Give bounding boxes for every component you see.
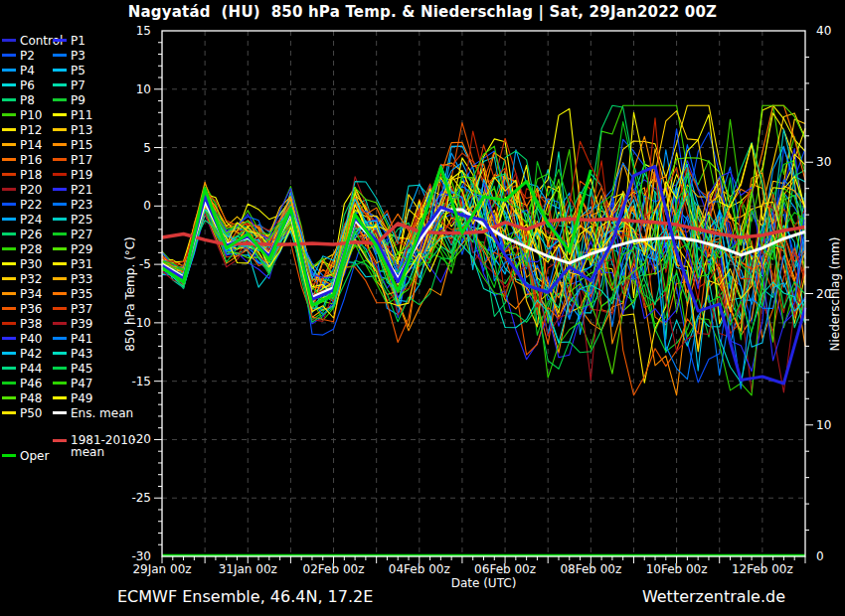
svg-text:40: 40	[816, 24, 831, 38]
legend-label: P14	[20, 138, 43, 152]
legend-swatch	[53, 83, 67, 86]
legend-label: P9	[71, 93, 85, 107]
grid-lines	[162, 31, 805, 556]
legend-item-p24: P24	[2, 212, 43, 227]
legend-label: P43	[71, 347, 93, 361]
legend-item-p12: P12	[2, 122, 43, 137]
legend-item-p17: P17	[53, 152, 93, 167]
legend-swatch	[53, 352, 67, 355]
legend-item-p28: P28	[2, 241, 43, 256]
legend-label: P47	[71, 377, 93, 390]
legend-swatch	[53, 188, 67, 191]
legend-swatch	[53, 232, 67, 235]
legend-swatch	[2, 454, 16, 457]
legend-label: Oper	[20, 449, 49, 463]
legend-label: P32	[20, 272, 43, 286]
legend-item-p19: P19	[53, 167, 93, 182]
legend-label: P22	[20, 198, 43, 212]
legend-swatch	[53, 411, 67, 414]
legend-item-p32: P32	[2, 271, 43, 286]
legend-label: P40	[20, 332, 43, 346]
legend-swatch	[2, 367, 16, 370]
legend-swatch	[53, 54, 67, 57]
legend-label: Ens. mean	[71, 406, 133, 420]
legend-label: P28	[20, 242, 43, 256]
legend-item-p7: P7	[53, 77, 85, 92]
legend-label: P23	[71, 198, 93, 212]
legend-item-p31: P31	[53, 256, 93, 271]
legend-item-p22: P22	[2, 197, 43, 212]
legend-item-p29: P29	[53, 241, 93, 256]
legend-label: P8	[20, 93, 35, 107]
legend-swatch	[53, 39, 67, 42]
legend-item-p38: P38	[2, 316, 43, 331]
legend-swatch	[53, 382, 67, 385]
legend-item-p26: P26	[2, 227, 43, 241]
legend-label: P34	[20, 287, 43, 301]
legend-item-p16: P16	[2, 152, 43, 167]
legend-label: P11	[71, 108, 93, 122]
legend-label: P29	[71, 242, 93, 256]
legend-item-p37: P37	[53, 301, 93, 316]
legend: ControlP1P2P3P4P5P6P7P8P9P10P11P12P13P14…	[0, 0, 149, 467]
legend-label: P17	[71, 153, 93, 167]
legend-swatch	[2, 307, 16, 310]
svg-text:10: 10	[816, 418, 831, 432]
legend-swatch	[53, 439, 67, 442]
footer-site-credit: Wetterzentrale.de	[592, 587, 785, 606]
legend-swatch	[53, 143, 67, 146]
legend-swatch	[53, 69, 67, 72]
legend-label: P38	[20, 317, 43, 331]
legend-swatch	[2, 39, 16, 42]
legend-swatch	[53, 203, 67, 206]
legend-label: P27	[71, 228, 93, 241]
legend-label: P5	[71, 64, 85, 77]
legend-item-p11: P11	[53, 107, 93, 122]
legend-swatch	[2, 203, 16, 206]
legend-item-p43: P43	[53, 346, 93, 361]
legend-swatch	[53, 396, 67, 399]
svg-text:0: 0	[816, 549, 824, 563]
legend-swatch	[53, 173, 67, 176]
svg-text:-30: -30	[131, 549, 151, 563]
legend-item-p36: P36	[2, 301, 43, 316]
y-axis-label-right: Niederschlag (mm)	[828, 237, 842, 352]
legend-swatch	[53, 292, 67, 295]
footer-model-info: ECMWF Ensemble, 46.4N, 17.2E	[117, 587, 373, 606]
legend-item-oper: Oper	[2, 448, 49, 463]
legend-swatch	[2, 247, 16, 250]
legend-label: P42	[20, 347, 43, 361]
legend-label: P35	[71, 287, 93, 301]
legend-item-p34: P34	[2, 286, 43, 301]
legend-label: P21	[71, 183, 93, 197]
svg-text:02Feb 00z: 02Feb 00z	[303, 562, 365, 576]
legend-swatch	[53, 128, 67, 131]
legend-label: P31	[71, 257, 93, 271]
legend-swatch	[53, 277, 67, 280]
svg-text:04Feb 00z: 04Feb 00z	[389, 562, 450, 576]
legend-swatch	[53, 322, 67, 325]
plot-frame	[162, 31, 805, 556]
ensemble-meteogram: Nagyatád (HU) 850 hPa Temp. & Niederschl…	[0, 0, 845, 616]
legend-item-p44: P44	[2, 361, 43, 376]
legend-label: P30	[20, 257, 43, 271]
legend-swatch	[2, 128, 16, 131]
legend-item-p15: P15	[53, 137, 93, 152]
legend-item-p50: P50	[2, 405, 43, 420]
legend-item-p30: P30	[2, 256, 43, 271]
legend-swatch	[2, 262, 16, 265]
legend-swatch	[2, 98, 16, 101]
legend-label: P15	[71, 138, 93, 152]
legend-swatch	[2, 218, 16, 221]
legend-label: P18	[20, 168, 43, 182]
legend-label: P41	[71, 332, 93, 346]
legend-label: P6	[20, 78, 35, 92]
legend-label: P19	[71, 168, 93, 182]
legend-item-ens-mean: Ens. mean	[53, 405, 133, 420]
svg-text:12Feb 00z: 12Feb 00z	[732, 562, 793, 576]
legend-item-p18: P18	[2, 167, 43, 182]
legend-swatch	[2, 411, 16, 414]
legend-swatch	[2, 352, 16, 355]
y-axis-label-left: 850 hPa Temp. (°C)	[123, 236, 137, 352]
legend-label: P1	[71, 34, 85, 48]
